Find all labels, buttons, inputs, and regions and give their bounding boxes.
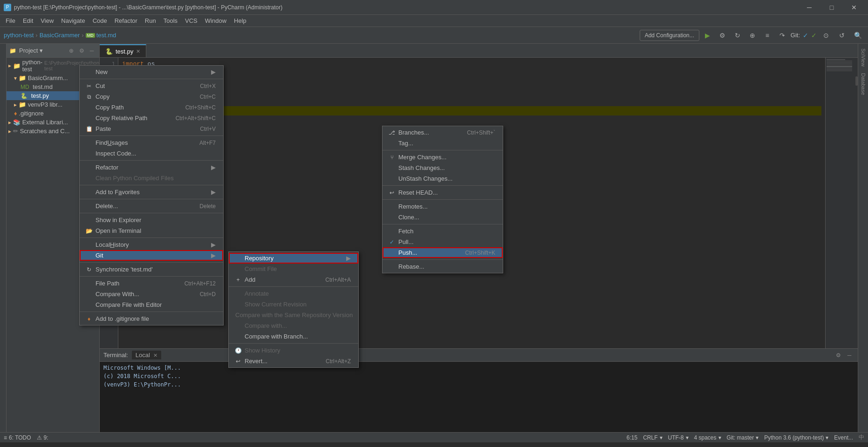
git-compare-branch[interactable]: Compare with Branch...	[229, 331, 358, 342]
menu-edit[interactable]: Edit	[19, 16, 37, 26]
git-history-button[interactable]: ⊙	[820, 29, 833, 42]
git-compare-repo: Compare with the Same Repository Version	[229, 310, 358, 320]
git-compare-with: Compare with...	[229, 320, 358, 331]
repo-sep2	[383, 185, 503, 186]
profile-button[interactable]: ≡	[761, 29, 774, 42]
repo-rebase[interactable]: Rebase...	[383, 261, 503, 272]
menu-code[interactable]: Code	[89, 16, 111, 26]
menu-navigate[interactable]: Navigate	[57, 16, 89, 26]
terminal-content[interactable]: Microsoft Windows [M... (c) 2018 Microso…	[100, 362, 858, 432]
ctx-compare-editor[interactable]: Compare File with Editor	[80, 299, 223, 310]
ctx-delete-shortcut: Delete	[190, 203, 216, 210]
git-add[interactable]: + Add Ctrl+Alt+A	[229, 274, 358, 285]
ctx-show-explorer[interactable]: Show in Explorer	[80, 215, 223, 225]
add-configuration-button[interactable]: Add Configuration...	[640, 30, 699, 41]
menu-help[interactable]: Help	[230, 16, 250, 26]
reload-button[interactable]: ↻	[731, 29, 744, 42]
problems-status[interactable]: ⚠ 9:	[37, 434, 48, 441]
git-revert-shortcut: Ctrl+Alt+Z	[316, 358, 351, 365]
sciview-tab[interactable]: SciView	[860, 46, 867, 69]
repo-unstash[interactable]: UnStash Changes...	[383, 173, 503, 184]
breadcrumb-project[interactable]: python-test	[4, 32, 34, 39]
context-menu: New ▶ ✂ Cut Ctrl+X ⧉ Copy Ctrl+C Copy Pa…	[79, 65, 224, 325]
event-log-status[interactable]: Event...	[834, 434, 853, 441]
ctx-terminal-icon: 📂	[84, 228, 94, 234]
repo-pull[interactable]: ✓ Pull...	[383, 237, 503, 247]
project-collapse-btn[interactable]: ─	[87, 46, 96, 55]
ctx-refactor[interactable]: Refactor ▶	[80, 162, 223, 173]
ctx-copy[interactable]: ⧉ Copy Ctrl+C	[80, 91, 223, 102]
ctx-paste-icon: 📋	[84, 126, 94, 132]
ctx-copy-path[interactable]: Copy Path Ctrl+Shift+C	[80, 102, 223, 113]
git-search-button[interactable]: 🔍	[851, 29, 864, 42]
step-over-button[interactable]: ↷	[776, 29, 789, 42]
close-button[interactable]: ✕	[844, 1, 864, 14]
git-branch-status[interactable]: Git: master ▾	[727, 434, 759, 441]
tab-testpy-close[interactable]: ✕	[136, 48, 140, 54]
ctx-sep6	[80, 213, 223, 213]
database-tab[interactable]: Database	[860, 70, 867, 98]
ctx-refactor-arrow: ▶	[211, 164, 216, 171]
ctx-compare[interactable]: Compare With... Ctrl+D	[80, 289, 223, 299]
terminal-minimize-btn[interactable]: ─	[845, 351, 854, 360]
menu-refactor[interactable]: Refactor	[111, 16, 141, 26]
repo-fetch[interactable]: Fetch	[383, 226, 503, 237]
git-repository[interactable]: Repository ▶	[229, 253, 358, 264]
git-revert[interactable]: ↩ Revert... Ctrl+Alt+Z	[229, 356, 358, 366]
ctx-open-terminal[interactable]: 📂 Open in Terminal	[80, 225, 223, 236]
ctx-paste[interactable]: 📋 Paste Ctrl+V	[80, 123, 223, 134]
repo-push[interactable]: Push... Ctrl+Shift+K	[383, 247, 503, 258]
breadcrumb-sep2: ›	[82, 32, 83, 39]
repo-stash[interactable]: Stash Changes...	[383, 163, 503, 173]
ctx-new[interactable]: New ▶	[80, 67, 223, 77]
ctx-favorites[interactable]: Add to Favorites ▶	[80, 187, 223, 197]
menu-run[interactable]: Run	[141, 16, 160, 26]
ctx-delete[interactable]: Delete... Delete	[80, 201, 223, 211]
maximize-button[interactable]: □	[821, 1, 842, 14]
menu-view[interactable]: View	[37, 16, 57, 26]
ctx-git[interactable]: Git ▶	[80, 250, 223, 261]
encoding-status[interactable]: UTF-8 ▾	[668, 434, 689, 441]
indent-status[interactable]: 4 spaces ▾	[694, 434, 721, 441]
repo-tag[interactable]: Tag...	[383, 138, 503, 149]
build-button[interactable]: ⚙	[716, 29, 729, 42]
ctx-gitignore[interactable]: ♦ Add to .gitignore file	[80, 313, 223, 324]
ctx-file-path[interactable]: File Path Ctrl+Alt+F12	[80, 278, 223, 289]
todo-status[interactable]: ≡ 6: TODO	[4, 434, 31, 441]
repo-remotes[interactable]: Remotes...	[383, 201, 503, 212]
run-button[interactable]: ▶	[701, 29, 714, 42]
coverage-button[interactable]: ⊕	[746, 29, 759, 42]
menu-tools[interactable]: Tools	[160, 16, 181, 26]
git-rollback-button[interactable]: ↺	[835, 29, 848, 42]
minimize-button[interactable]: ─	[799, 1, 820, 14]
menu-vcs[interactable]: VCS	[181, 16, 201, 26]
repo-branches[interactable]: ⎇ Branches... Ctrl+Shift+`	[383, 127, 503, 138]
repo-reset-head[interactable]: ↩ Reset HEAD...	[383, 187, 503, 198]
terminal-settings-btn[interactable]: ⚙	[834, 351, 843, 360]
ctx-local-history[interactable]: Local History ▶	[80, 239, 223, 250]
ctx-copy-rel-path[interactable]: Copy Relative Path Ctrl+Alt+Shift+C	[80, 113, 223, 123]
terminal-tab-close[interactable]: ✕	[153, 352, 157, 358]
git-label: Git:	[791, 32, 800, 39]
tab-testpy[interactable]: 🐍 test.py ✕	[100, 44, 146, 57]
menu-file[interactable]: File	[2, 16, 19, 26]
python-version-status[interactable]: Python 3.6 (python-test) ▾	[764, 434, 828, 441]
ctx-inspect[interactable]: Inspect Code...	[80, 148, 223, 159]
project-settings-btn[interactable]: ⚙	[77, 46, 86, 55]
breadcrumb-folder[interactable]: BasicGrammer	[40, 32, 80, 39]
menu-window[interactable]: Window	[201, 16, 230, 26]
repository-submenu: ⎇ Branches... Ctrl+Shift+` Tag... ⑂ Merg…	[382, 126, 503, 273]
repo-merge[interactable]: ⑂ Merge Changes...	[383, 152, 503, 163]
terminal-local-tab[interactable]: Local ✕	[132, 351, 162, 359]
breadcrumb-file[interactable]: test.md	[96, 32, 116, 39]
ctx-new-arrow: ▶	[211, 68, 216, 75]
ctx-find-usages[interactable]: Find Usages Alt+F7	[80, 137, 223, 148]
project-add-btn[interactable]: ⊕	[67, 46, 76, 55]
repo-merge-icon: ⑂	[387, 154, 396, 161]
line-ending-status[interactable]: CRLF ▾	[643, 434, 662, 441]
project-tools: ⊕ ⚙ ─	[67, 46, 96, 55]
breadcrumb-sep1: ›	[35, 32, 37, 39]
ctx-cut[interactable]: ✂ Cut Ctrl+X	[80, 81, 223, 91]
repo-clone[interactable]: Clone...	[383, 212, 503, 223]
ctx-sync[interactable]: ↻ Synchronize 'test.md'	[80, 264, 223, 275]
